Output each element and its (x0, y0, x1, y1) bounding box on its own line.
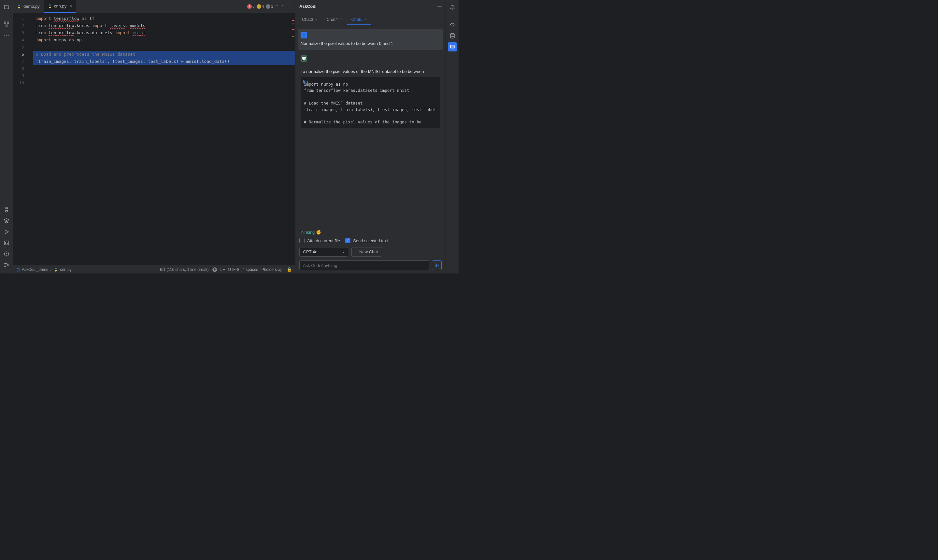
svg-rect-7 (4, 241, 9, 245)
readonly-lock-icon[interactable]: 🔒 (286, 267, 292, 272)
panel-more-icon[interactable]: ⋮ (430, 4, 434, 9)
user-message: 👤 Normalize the pixel values to be betwe… (298, 29, 443, 50)
checkbox-checked-icon: ✓ (345, 238, 350, 243)
new-chat-button[interactable]: + New Chat (351, 247, 382, 257)
askcodi-tool-icon[interactable] (448, 42, 457, 51)
svg-point-3 (4, 35, 5, 36)
next-highlight-icon[interactable]: ˅ (281, 4, 284, 9)
python-file-icon (17, 4, 22, 9)
close-tab-icon[interactable]: × (70, 3, 72, 9)
panel-minimize-icon[interactable]: — (437, 4, 442, 9)
editor-more-icon[interactable]: ⋮ (286, 4, 292, 9)
error-badge-yellow[interactable]: !4 (257, 4, 264, 9)
svg-point-4 (6, 35, 7, 36)
more-icon[interactable] (2, 31, 11, 40)
svg-point-10 (5, 263, 6, 264)
svg-point-13 (213, 268, 217, 272)
panel-title: AskCodi (299, 4, 317, 9)
database-icon[interactable] (448, 31, 457, 40)
bot-avatar-icon: 💬 (300, 55, 307, 62)
user-message-text: Normalize the pixel values to be between… (300, 40, 441, 47)
svg-rect-2 (6, 25, 7, 26)
code-text-area[interactable]: import tensorflow as tf from tensorflow.… (33, 13, 295, 265)
file-tab-demo[interactable]: demo.py (13, 0, 44, 13)
encoding[interactable]: UTF-8 (228, 267, 239, 272)
chat-options: Attach current file ✓ Send selected text (296, 236, 445, 245)
svg-point-5 (8, 35, 8, 36)
scroll-marks (291, 13, 295, 265)
copy-code-icon[interactable] (303, 79, 309, 86)
right-tool-rail (445, 0, 459, 274)
breadcrumb-root-icon: ▢ (16, 267, 20, 272)
assistant-message: 💬 To normalize the pixel values of the M… (298, 52, 443, 131)
user-avatar-icon: 👤 (300, 32, 307, 38)
python-console-icon[interactable] (2, 205, 11, 214)
close-icon[interactable]: × (365, 17, 367, 22)
svg-rect-1 (7, 22, 9, 23)
code-block-content[interactable]: import numpy as np from tensorflow.keras… (304, 81, 437, 125)
error-badge-gray[interactable]: !1 (266, 4, 273, 9)
terminal-icon[interactable] (2, 238, 11, 248)
problems-icon[interactable] (2, 249, 11, 258)
ai-assist-icon[interactable] (448, 20, 457, 29)
close-icon[interactable]: × (315, 17, 317, 22)
send-selected-checkbox[interactable]: ✓ Send selected text (345, 238, 388, 243)
chat-tab-3[interactable]: Chat3× (298, 14, 322, 25)
svg-rect-14 (305, 81, 308, 84)
vcs-icon[interactable] (2, 260, 11, 269)
cursor-position[interactable]: 6:1 (116 chars, 1 line break) (160, 267, 208, 272)
indent[interactable]: 4 spaces (243, 267, 258, 272)
chat-tab-4[interactable]: Chat4× (323, 14, 346, 25)
left-tool-rail (0, 0, 13, 274)
prev-highlight-icon[interactable]: ˄ (275, 4, 279, 9)
file-tab-label: cnn.py (54, 3, 66, 8)
attach-file-checkbox[interactable]: Attach current file (299, 238, 340, 243)
packages-icon[interactable] (2, 216, 11, 225)
svg-point-12 (8, 265, 8, 266)
chat-tabs: Chat3× Chat4× Chat5× (296, 13, 445, 25)
python-file-icon (54, 267, 58, 272)
svg-point-15 (450, 34, 454, 35)
model-select[interactable]: GPT 4o (299, 247, 348, 257)
askcodi-panel: AskCodi ⋮ — Chat3× Chat4× Chat5× 👤 Norma… (295, 0, 445, 274)
svg-rect-16 (450, 45, 454, 48)
assistant-message-text: To normalize the pixel values of the MNI… (300, 68, 441, 75)
close-icon[interactable]: × (340, 17, 342, 22)
api-label[interactable]: Pholders-api (262, 267, 283, 272)
send-button[interactable] (432, 260, 442, 270)
status-bar: ▢ AskCodi_demo › cnn.py 6:1 (116 chars, … (13, 265, 295, 274)
editor-tabs: demo.py cnn.py × !6 !4 !1 ˄ ˅ ⋮ (13, 0, 295, 13)
notifications-icon[interactable] (448, 3, 457, 12)
svg-rect-0 (4, 22, 6, 23)
status-link-icon[interactable] (212, 267, 217, 272)
svg-marker-6 (5, 230, 8, 234)
project-icon[interactable] (2, 3, 11, 12)
breadcrumb-file[interactable]: cnn.py (60, 267, 71, 272)
svg-point-11 (5, 266, 6, 267)
chat-input[interactable] (299, 260, 429, 270)
structure-icon[interactable] (2, 20, 11, 29)
chat-tab-5[interactable]: Chat5× (347, 14, 371, 25)
services-icon[interactable] (2, 227, 11, 236)
python-file-icon (48, 4, 52, 8)
error-badge-red[interactable]: !6 (247, 4, 255, 9)
file-tab-cnn[interactable]: cnn.py × (44, 0, 77, 13)
checkbox-unchecked-icon (299, 238, 305, 243)
editor-area: demo.py cnn.py × !6 !4 !1 ˄ ˅ ⋮ 1 (13, 0, 295, 274)
chat-body: 👤 Normalize the pixel values to be betwe… (296, 25, 445, 229)
file-tab-label: demo.py (23, 4, 40, 9)
thinking-status: Thinking ✊ (296, 229, 445, 236)
editor-body[interactable]: 1 2 3 4 5 6 7 8 9 10 import tensorflow a… (13, 13, 295, 265)
breadcrumb-project[interactable]: AskCodi_demo (22, 267, 48, 272)
code-block: import numpy as np from tensorflow.keras… (300, 77, 441, 128)
line-gutter: 1 2 3 4 5 6 7 8 9 10 (13, 13, 33, 265)
line-separator[interactable]: LF (220, 267, 225, 272)
